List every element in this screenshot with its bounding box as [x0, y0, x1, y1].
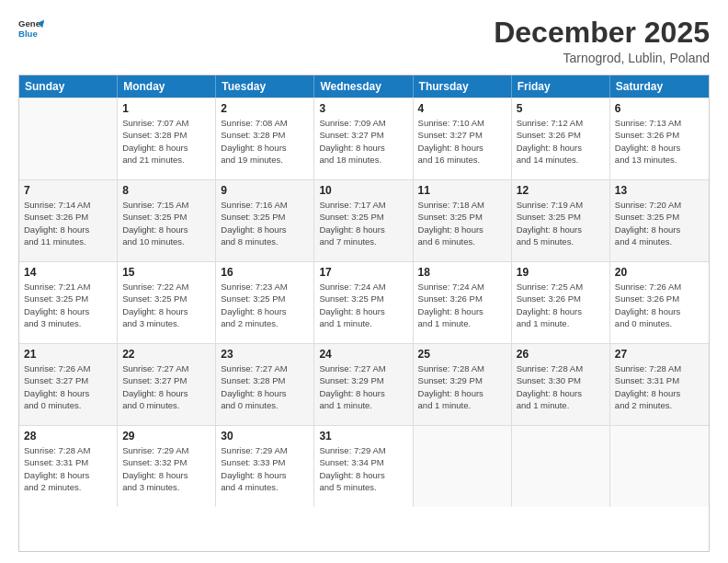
day-info: Sunrise: 7:26 AMSunset: 3:26 PMDaylight:…: [615, 281, 704, 329]
calendar-cell: 24Sunrise: 7:27 AMSunset: 3:29 PMDayligh…: [314, 344, 413, 425]
calendar-cell: 2Sunrise: 7:08 AMSunset: 3:28 PMDaylight…: [216, 98, 314, 179]
day-info: Sunrise: 7:18 AMSunset: 3:25 PMDaylight:…: [418, 199, 506, 247]
day-number: 27: [615, 348, 704, 361]
logo-icon: General Blue: [18, 17, 44, 42]
day-info: Sunrise: 7:28 AMSunset: 3:31 PMDaylight:…: [24, 444, 112, 493]
day-info: Sunrise: 7:21 AMSunset: 3:25 PMDaylight:…: [24, 281, 112, 329]
day-number: 24: [319, 348, 407, 361]
day-number: 31: [319, 430, 407, 442]
calendar-cell: 14Sunrise: 7:21 AMSunset: 3:25 PMDayligh…: [19, 262, 118, 343]
calendar-row: 1Sunrise: 7:07 AMSunset: 3:28 PMDaylight…: [19, 98, 709, 179]
day-info: Sunrise: 7:12 AMSunset: 3:26 PMDaylight:…: [517, 117, 605, 166]
calendar-cell: 31Sunrise: 7:29 AMSunset: 3:34 PMDayligh…: [314, 426, 413, 507]
calendar-cell: 13Sunrise: 7:20 AMSunset: 3:25 PMDayligh…: [610, 180, 709, 261]
day-number: 3: [319, 102, 407, 115]
calendar-cell: [19, 98, 118, 179]
day-number: 10: [319, 184, 407, 197]
day-number: 12: [517, 184, 605, 197]
calendar-cell: 27Sunrise: 7:28 AMSunset: 3:31 PMDayligh…: [610, 344, 709, 425]
header-wednesday: Wednesday: [314, 75, 413, 98]
title-block: December 2025 Tarnogrod, Lublin, Poland: [494, 17, 710, 65]
day-number: 7: [24, 184, 112, 197]
day-number: 28: [24, 430, 112, 442]
calendar-row: 7Sunrise: 7:14 AMSunset: 3:26 PMDaylight…: [19, 179, 709, 261]
calendar-cell: 5Sunrise: 7:12 AMSunset: 3:26 PMDaylight…: [512, 98, 610, 179]
day-number: 26: [517, 348, 605, 361]
calendar-cell: 16Sunrise: 7:23 AMSunset: 3:25 PMDayligh…: [216, 262, 314, 343]
calendar-cell: 15Sunrise: 7:22 AMSunset: 3:25 PMDayligh…: [118, 262, 216, 343]
header-friday: Friday: [512, 75, 610, 98]
day-number: 6: [615, 102, 704, 115]
day-info: Sunrise: 7:19 AMSunset: 3:25 PMDaylight:…: [517, 199, 605, 247]
calendar-cell: 6Sunrise: 7:13 AMSunset: 3:26 PMDaylight…: [610, 98, 709, 179]
day-number: 18: [418, 266, 506, 279]
calendar-cell: 22Sunrise: 7:27 AMSunset: 3:27 PMDayligh…: [118, 344, 216, 425]
calendar-row: 28Sunrise: 7:28 AMSunset: 3:31 PMDayligh…: [19, 425, 709, 507]
header-tuesday: Tuesday: [216, 75, 314, 98]
day-info: Sunrise: 7:25 AMSunset: 3:26 PMDaylight:…: [517, 281, 605, 329]
day-info: Sunrise: 7:08 AMSunset: 3:28 PMDaylight:…: [221, 117, 309, 166]
calendar-cell: 1Sunrise: 7:07 AMSunset: 3:28 PMDaylight…: [118, 98, 216, 179]
calendar-cell: 23Sunrise: 7:27 AMSunset: 3:28 PMDayligh…: [216, 344, 314, 425]
calendar-cell: 11Sunrise: 7:18 AMSunset: 3:25 PMDayligh…: [414, 180, 512, 261]
calendar-header: Sunday Monday Tuesday Wednesday Thursday…: [19, 75, 709, 98]
day-number: 2: [221, 102, 309, 115]
header-monday: Monday: [118, 75, 216, 98]
calendar-cell: 10Sunrise: 7:17 AMSunset: 3:25 PMDayligh…: [314, 180, 413, 261]
logo: General Blue: [18, 17, 44, 42]
day-number: 22: [122, 348, 210, 361]
calendar-cell: 17Sunrise: 7:24 AMSunset: 3:25 PMDayligh…: [314, 262, 413, 343]
calendar-cell: 28Sunrise: 7:28 AMSunset: 3:31 PMDayligh…: [19, 426, 118, 507]
day-number: 13: [615, 184, 704, 197]
day-number: 29: [122, 430, 210, 442]
calendar: Sunday Monday Tuesday Wednesday Thursday…: [18, 75, 710, 552]
calendar-cell: 29Sunrise: 7:29 AMSunset: 3:32 PMDayligh…: [118, 426, 216, 507]
day-info: Sunrise: 7:28 AMSunset: 3:31 PMDaylight:…: [615, 362, 704, 411]
day-info: Sunrise: 7:22 AMSunset: 3:25 PMDaylight:…: [122, 281, 210, 329]
calendar-cell: 18Sunrise: 7:24 AMSunset: 3:26 PMDayligh…: [414, 262, 512, 343]
calendar-cell: 7Sunrise: 7:14 AMSunset: 3:26 PMDaylight…: [19, 180, 118, 261]
calendar-body: 1Sunrise: 7:07 AMSunset: 3:28 PMDaylight…: [19, 98, 709, 507]
calendar-cell: 20Sunrise: 7:26 AMSunset: 3:26 PMDayligh…: [610, 262, 709, 343]
day-info: Sunrise: 7:27 AMSunset: 3:28 PMDaylight:…: [221, 362, 309, 411]
day-info: Sunrise: 7:09 AMSunset: 3:27 PMDaylight:…: [319, 117, 407, 166]
day-number: 23: [221, 348, 309, 361]
day-info: Sunrise: 7:24 AMSunset: 3:26 PMDaylight:…: [418, 281, 506, 329]
day-info: Sunrise: 7:29 AMSunset: 3:33 PMDaylight:…: [221, 444, 309, 493]
day-number: 16: [221, 266, 309, 279]
calendar-cell: 21Sunrise: 7:26 AMSunset: 3:27 PMDayligh…: [19, 344, 118, 425]
day-info: Sunrise: 7:14 AMSunset: 3:26 PMDaylight:…: [24, 199, 112, 247]
calendar-cell: 3Sunrise: 7:09 AMSunset: 3:27 PMDaylight…: [314, 98, 413, 179]
page: General Blue December 2025 Tarnogrod, Lu…: [0, 0, 728, 563]
day-info: Sunrise: 7:27 AMSunset: 3:29 PMDaylight:…: [319, 362, 407, 411]
day-number: 9: [221, 184, 309, 197]
header: General Blue December 2025 Tarnogrod, Lu…: [18, 17, 710, 65]
month-title: December 2025: [494, 17, 710, 49]
day-number: 19: [517, 266, 605, 279]
day-info: Sunrise: 7:07 AMSunset: 3:28 PMDaylight:…: [122, 117, 210, 166]
day-number: 4: [418, 102, 506, 115]
calendar-cell: 25Sunrise: 7:28 AMSunset: 3:29 PMDayligh…: [414, 344, 512, 425]
day-number: 17: [319, 266, 407, 279]
day-number: 8: [122, 184, 210, 197]
calendar-row: 14Sunrise: 7:21 AMSunset: 3:25 PMDayligh…: [19, 261, 709, 343]
day-info: Sunrise: 7:24 AMSunset: 3:25 PMDaylight:…: [319, 281, 407, 329]
header-sunday: Sunday: [19, 75, 118, 98]
calendar-cell: 19Sunrise: 7:25 AMSunset: 3:26 PMDayligh…: [512, 262, 610, 343]
day-number: 25: [418, 348, 506, 361]
day-number: 14: [24, 266, 112, 279]
calendar-row: 21Sunrise: 7:26 AMSunset: 3:27 PMDayligh…: [19, 343, 709, 425]
day-number: 15: [122, 266, 210, 279]
header-thursday: Thursday: [414, 75, 512, 98]
day-info: Sunrise: 7:10 AMSunset: 3:27 PMDaylight:…: [418, 117, 506, 166]
day-info: Sunrise: 7:28 AMSunset: 3:30 PMDaylight:…: [517, 362, 605, 411]
calendar-cell: [414, 426, 512, 507]
day-info: Sunrise: 7:23 AMSunset: 3:25 PMDaylight:…: [221, 281, 309, 329]
day-info: Sunrise: 7:29 AMSunset: 3:32 PMDaylight:…: [122, 444, 210, 493]
day-info: Sunrise: 7:29 AMSunset: 3:34 PMDaylight:…: [319, 444, 407, 493]
location: Tarnogrod, Lublin, Poland: [494, 51, 710, 65]
day-info: Sunrise: 7:15 AMSunset: 3:25 PMDaylight:…: [122, 199, 210, 247]
calendar-cell: 30Sunrise: 7:29 AMSunset: 3:33 PMDayligh…: [216, 426, 314, 507]
day-number: 20: [615, 266, 704, 279]
calendar-cell: 8Sunrise: 7:15 AMSunset: 3:25 PMDaylight…: [118, 180, 216, 261]
